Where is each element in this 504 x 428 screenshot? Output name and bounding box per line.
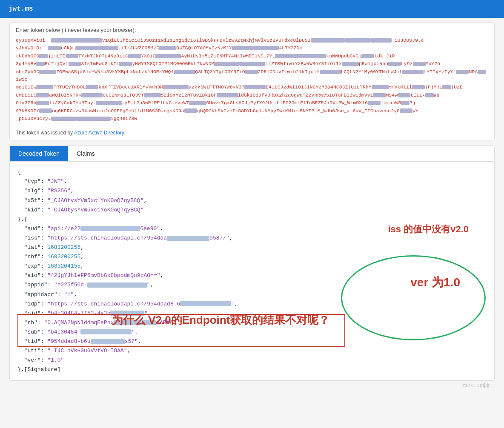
watermark: ©51CTO博客 <box>9 381 495 391</box>
green-oval-annotation <box>341 255 486 340</box>
annotation-ver: ver 为1.0 <box>410 272 460 293</box>
annotation-question: 为什么 V2.0的Endpoint获取的结果不对呢？ <box>112 311 329 329</box>
tab-decoded[interactable]: Decoded Token <box>10 146 68 161</box>
token-input-section: Enter token below (it never leaves your … <box>9 22 495 140</box>
app-header: jwt.ms <box>0 0 504 18</box>
token-display[interactable]: eyJ0eXAiOi V1QiLCJhbGciOiJSUzI1NiIsIng1d… <box>16 37 488 123</box>
token-label: Enter token below (it never leaves your … <box>16 27 488 33</box>
tabs-section: Decoded Token Claims { "typ": "JWT", "al… <box>9 146 495 381</box>
issuer-link[interactable]: Azure Active Directory <box>74 130 124 136</box>
annotation-iss: iss 的值中没有v2.0 <box>388 221 469 237</box>
app-title: jwt.ms <box>9 5 33 13</box>
decoded-content: { "typ": "JWT", "alg": "RS256", "x5t": "… <box>10 162 494 380</box>
tabs-header: Decoded Token Claims <box>10 146 494 162</box>
main-container: Enter token below (it never leaves your … <box>5 18 499 395</box>
tab-claims[interactable]: Claims <box>68 146 103 161</box>
issued-by: This token was issued by Azure Active Di… <box>16 126 488 136</box>
